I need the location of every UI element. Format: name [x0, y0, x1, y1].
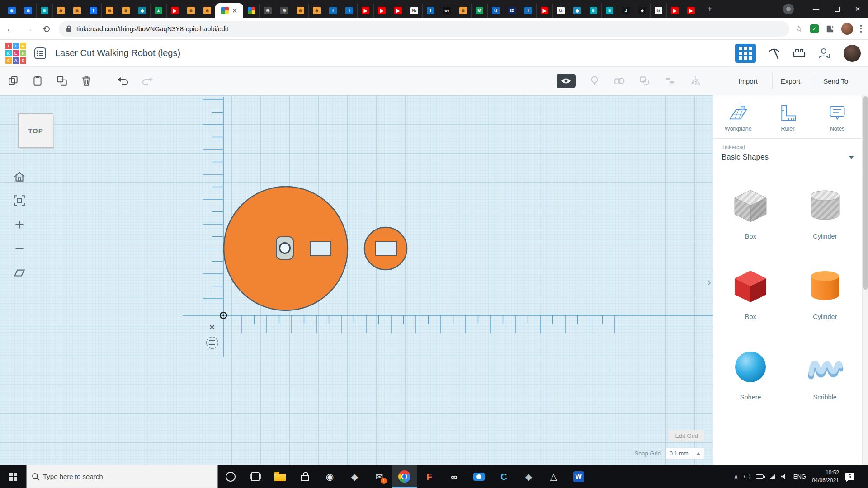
delete-icon[interactable] — [80, 75, 92, 87]
design-title[interactable]: Laser Cut Walking Robot (legs) — [55, 48, 180, 58]
group-shapes-icon[interactable] — [613, 75, 625, 87]
browser-tab-tinkercad-1[interactable]: T — [325, 3, 341, 18]
panel-collapse-handle[interactable]: › — [707, 275, 711, 289]
browser-tab-avatar-7[interactable]: ☻ — [292, 3, 308, 18]
browser-tab-youtube-7[interactable]: ▶ — [683, 3, 699, 18]
browser-tab-wetransfer[interactable]: we — [439, 3, 455, 18]
battery-icon[interactable] — [756, 474, 764, 479]
new-tab-button[interactable]: + — [703, 3, 716, 15]
browser-tab-globe-2[interactable]: ⊕ — [276, 3, 292, 18]
browser-tab-green-m[interactable]: M — [471, 3, 487, 18]
taskbar-camera-app[interactable] — [467, 465, 491, 488]
copy-icon[interactable] — [7, 75, 19, 87]
home-view-icon[interactable] — [12, 169, 27, 184]
taskbar-steam[interactable]: ◉ — [317, 465, 342, 488]
edit-grid-button[interactable]: Edit Grid — [669, 430, 704, 441]
browser-tab-tinkercad-3[interactable]: T — [422, 3, 439, 18]
url-field[interactable]: tinkercad.com/things/boVNGaqN3Y8-epic-ha… — [59, 21, 789, 37]
export-button[interactable]: Export — [772, 73, 808, 89]
browser-tab-teal-docs-2[interactable]: ≡ — [585, 3, 601, 18]
browser-tab-facebook[interactable]: f — [85, 3, 101, 18]
browser-tab-hexagon-teal[interactable]: ◆ — [134, 3, 150, 18]
browser-tab-youtube-2[interactable]: ▶ — [357, 3, 373, 18]
mirror-icon[interactable] — [689, 75, 701, 87]
volume-icon[interactable] — [781, 474, 788, 479]
browser-tab-teal-docs-1[interactable]: ≡ — [36, 3, 52, 18]
show-hide-button[interactable] — [557, 74, 576, 88]
small-disc-slot[interactable] — [376, 242, 396, 255]
zoom-in-icon[interactable] — [12, 217, 27, 232]
center-hole[interactable] — [280, 243, 290, 253]
browser-tab-avatar-4[interactable]: ☻ — [118, 3, 134, 18]
taskbar-search[interactable]: Type here to search — [26, 465, 218, 488]
user-avatar[interactable] — [844, 45, 861, 62]
browser-tab-avatar-2[interactable]: ☻ — [69, 3, 85, 18]
redo-icon[interactable] — [141, 75, 154, 87]
browser-tab-active[interactable]: ✕ — [215, 3, 243, 18]
browser-tab-globe-1[interactable]: ⊕ — [259, 3, 276, 18]
browser-tab-j-black[interactable]: J — [618, 3, 634, 18]
maximize-button[interactable] — [826, 0, 847, 18]
ruler-remove-icon[interactable]: ✕ — [208, 323, 216, 331]
zoom-out-icon[interactable] — [12, 241, 27, 256]
taskbar-game-hub[interactable]: ◆ — [342, 465, 367, 488]
ungroup-shapes-icon[interactable] — [639, 75, 651, 87]
design-canvas[interactable]: TOP — [0, 95, 713, 465]
workplane-tool[interactable]: Workplane — [713, 103, 763, 132]
small-disc-shape[interactable] — [364, 227, 407, 270]
scrollbar-thumb[interactable] — [863, 96, 868, 290]
browser-tab-avatar-5[interactable]: ☻ — [183, 3, 199, 18]
taskbar-word[interactable]: W — [566, 465, 591, 488]
taskbar-task-view[interactable] — [243, 465, 268, 488]
notification-center-icon[interactable]: 5 — [845, 473, 854, 480]
panel-scrollbar[interactable] — [862, 95, 868, 465]
bookmark-star-icon[interactable]: ☆ — [795, 23, 802, 34]
tray-clock-icon[interactable] — [744, 474, 750, 479]
shape-cylinder-striped[interactable]: Cylinder — [804, 186, 846, 240]
browser-tab-tinkercad-2[interactable]: T — [341, 3, 357, 18]
align-icon[interactable] — [664, 75, 676, 87]
browser-tab-avatar-9[interactable]: ☻ — [455, 3, 471, 18]
close-button[interactable]: ✕ — [847, 0, 868, 18]
language-indicator[interactable]: ENG — [793, 473, 806, 480]
tab-close-icon[interactable]: ✕ — [232, 7, 238, 14]
forward-button[interactable]: → — [21, 21, 36, 37]
import-button[interactable]: Import — [730, 73, 766, 89]
browser-tab-green-triangle[interactable]: ▲ — [150, 3, 166, 18]
notes-tool[interactable]: Notes — [812, 103, 862, 132]
shape-box-red[interactable]: Box — [730, 266, 771, 320]
send-to-button[interactable]: Send To — [815, 73, 856, 89]
shape-box-striped[interactable]: Box — [730, 186, 771, 240]
perspective-toggle-icon[interactable] — [12, 265, 27, 280]
browser-tab-avatar-3[interactable]: ☻ — [101, 3, 118, 18]
browser-tab-youtube-6[interactable]: ▶ — [666, 3, 683, 18]
taskbar-microsoft-store[interactable] — [292, 465, 317, 488]
fit-view-icon[interactable] — [12, 193, 27, 208]
shape-library-selector[interactable]: Tinkercad Basic Shapes — [713, 139, 862, 167]
shape-scribble[interactable]: Scribble — [804, 347, 846, 401]
shape-cylinder-orange[interactable]: Cylinder — [804, 266, 846, 320]
properties-list-icon[interactable] — [33, 47, 47, 60]
large-disc-slot[interactable] — [310, 242, 330, 256]
start-button[interactable] — [0, 465, 26, 488]
browser-tab-teal-docs-3[interactable]: ≡ — [601, 3, 618, 18]
back-button[interactable]: ← — [3, 21, 18, 37]
add-user-icon[interactable] — [817, 46, 833, 61]
taskbar-chrome[interactable] — [392, 465, 417, 488]
ruler-tool[interactable]: Ruler — [763, 103, 813, 132]
browser-badge-icon[interactable] — [783, 4, 794, 14]
taskbar-inkscape[interactable]: ◆ — [516, 465, 541, 488]
tinkercad-logo[interactable]: TINKERCAD — [5, 43, 26, 64]
browser-tab-blue-profile-2[interactable]: ☻ — [20, 3, 36, 18]
adblock-extension-icon[interactable]: ✓ — [810, 24, 819, 33]
ruler-options-icon[interactable] — [206, 337, 218, 349]
minecraft-pickaxe-icon[interactable] — [767, 46, 781, 61]
browser-tab-youtube-5[interactable]: ▶ — [536, 3, 552, 18]
shape-sphere[interactable]: Sphere — [730, 347, 771, 401]
taskbar-fusion-360[interactable]: F — [417, 465, 442, 488]
browser-tab-pixel-grid[interactable] — [243, 3, 259, 18]
extensions-puzzle-icon[interactable] — [826, 25, 834, 33]
browser-tab-avatar-8[interactable]: ☻ — [308, 3, 325, 18]
tray-expand-icon[interactable]: ∧ — [734, 473, 738, 480]
lightbulb-icon[interactable] — [589, 75, 600, 87]
